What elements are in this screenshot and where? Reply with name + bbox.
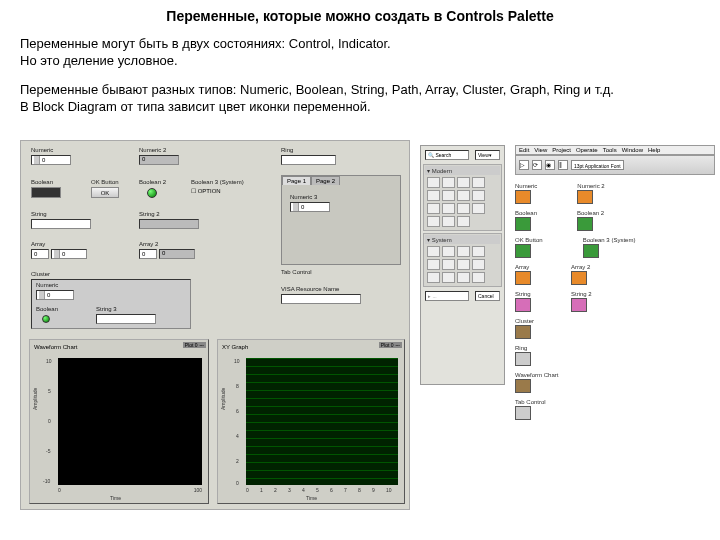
waveform-ylabel: Amplitude [32, 388, 38, 410]
array-index[interactable]: 0 [31, 249, 49, 259]
para1-line2: Но это деление условное. [20, 53, 391, 70]
paragraph-types: Переменные бывают разных типов: Numeric,… [20, 82, 700, 116]
palette-modern-section: ▾ Modern [423, 164, 502, 231]
ring-control[interactable] [281, 155, 336, 165]
icon-boolean [515, 217, 531, 231]
palette-system-item[interactable] [427, 246, 440, 257]
visa-label: VISA Resource Name [281, 286, 339, 292]
palette-cancel-button[interactable]: Cancel [475, 291, 500, 301]
bd-icons-area: Numeric Numeric 2 Boolean Boolean 2 OK B… [515, 183, 715, 420]
xy-ylabel: Amplitude [220, 388, 226, 410]
run-cont-button[interactable]: ⟳ [532, 160, 542, 170]
palette-search[interactable]: 🔍 Search [425, 150, 469, 160]
tab-control[interactable]: Page 1 Page 2 Numeric 3 0 [281, 175, 401, 265]
palette-more[interactable]: ▸ ... [425, 291, 469, 301]
icon-array2 [571, 271, 587, 285]
tabcontrol-caption: Tab Control [281, 269, 312, 275]
paragraph-states: Переменные могут быть в двух состояниях:… [20, 36, 391, 70]
array2-label: Array 2 [139, 241, 158, 247]
icon-boolean3 [583, 244, 599, 258]
icon-cluster [515, 325, 531, 339]
para1-line1: Переменные могут быть в двух состояниях:… [20, 36, 391, 53]
menu-operate[interactable]: Operate [576, 147, 598, 153]
palette-system-section: ▾ System [423, 233, 502, 287]
cluster-bool-label: Boolean [36, 306, 58, 312]
ok-button[interactable]: OK [91, 187, 119, 198]
page-title: Переменные, которые можно создать в Cont… [0, 8, 720, 24]
menu-tools[interactable]: Tools [603, 147, 617, 153]
tab-page1[interactable]: Page 1 [282, 176, 311, 185]
cluster-string[interactable] [96, 314, 156, 324]
front-panel-figure: Numeric 0 Numeric 2 0 Ring Boolean OK Bu… [20, 140, 410, 510]
array2-element: 0 [159, 249, 195, 259]
numeric-label: Numeric [31, 147, 53, 153]
menu-window[interactable]: Window [622, 147, 643, 153]
boolean-switch[interactable] [31, 187, 61, 198]
menu-help[interactable]: Help [648, 147, 660, 153]
string2-indicator [139, 219, 199, 229]
xy-xlabel: Time [306, 495, 317, 501]
tab-page2[interactable]: Page 2 [311, 176, 340, 185]
waveform-chart: Waveform Chart Plot 0 ⁓ Amplitude Time 1… [29, 339, 209, 504]
xy-legend: Plot 0 ⁓ [379, 342, 402, 348]
icon-okbutton [515, 244, 531, 258]
icon-ring [515, 352, 531, 366]
numeric3-label: Numeric 3 [290, 194, 317, 200]
palette-modern-item[interactable] [427, 177, 440, 188]
cluster-string-label: String 3 [96, 306, 117, 312]
bd-menubar: Edit View Project Operate Tools Window H… [515, 145, 715, 155]
menu-view[interactable]: View [534, 147, 547, 153]
okbutton-label: OK Button [91, 179, 119, 185]
string-control[interactable] [31, 219, 91, 229]
array-label: Array [31, 241, 45, 247]
cluster-numeric[interactable]: 0 [36, 290, 74, 300]
waveform-legend: Plot 0 ⁓ [183, 342, 206, 348]
block-diagram-figure: Edit View Project Operate Tools Window H… [515, 145, 715, 525]
array-element[interactable]: 0 [51, 249, 87, 259]
icon-numeric2 [577, 190, 593, 204]
bd-toolbar: ▷ ⟳ ◉ ‖ 13pt Application Font [515, 155, 715, 175]
font-selector[interactable]: 13pt Application Font [571, 160, 624, 170]
waveform-xlabel: Time [110, 495, 121, 501]
icon-string2 [571, 298, 587, 312]
menu-project[interactable]: Project [552, 147, 571, 153]
icon-array [515, 271, 531, 285]
xy-graph: XY Graph Plot 0 ⁓ Amplitude Time 10 8 6 … [217, 339, 405, 504]
icon-numeric [515, 190, 531, 204]
palette-view[interactable]: View▾ [475, 150, 500, 160]
visa-control[interactable] [281, 294, 361, 304]
icon-string [515, 298, 531, 312]
cluster-frame: Numeric 0 Boolean String 3 [31, 279, 191, 329]
abort-button[interactable]: ◉ [545, 160, 555, 170]
para2-line2: В Block Diagram от типа зависит цвет ико… [20, 99, 700, 116]
palette-modern-label: Modern [432, 168, 452, 174]
boolean3-checkbox[interactable]: ☐ OPTION [191, 187, 221, 194]
cluster-numeric-label: Numeric [36, 282, 58, 288]
numeric2-indicator: 0 [139, 155, 179, 165]
boolean-label: Boolean [31, 179, 53, 185]
para2-line1: Переменные бывают разных типов: Numeric,… [20, 82, 700, 99]
boolean3-label: Boolean 3 (System) [191, 179, 244, 185]
numeric-control[interactable]: 0 [31, 155, 71, 165]
cluster-label: Cluster [31, 271, 50, 277]
pause-button[interactable]: ‖ [558, 160, 568, 170]
cluster-bool-led [42, 315, 50, 323]
ring-label: Ring [281, 147, 293, 153]
array2-index[interactable]: 0 [139, 249, 157, 259]
icon-boolean2 [577, 217, 593, 231]
numeric3-control[interactable]: 0 [290, 202, 330, 212]
string-label: String [31, 211, 47, 217]
waveform-title: Waveform Chart [34, 344, 77, 350]
string2-label: String 2 [139, 211, 160, 217]
boolean2-label: Boolean 2 [139, 179, 166, 185]
boolean2-led [147, 188, 157, 198]
palette-system-label: System [432, 237, 452, 243]
icon-tabcontrol [515, 406, 531, 420]
run-button[interactable]: ▷ [519, 160, 529, 170]
numeric2-label: Numeric 2 [139, 147, 166, 153]
menu-edit[interactable]: Edit [519, 147, 529, 153]
xy-title: XY Graph [222, 344, 248, 350]
controls-palette-figure: 🔍 Search View▾ ▾ Modern ▾ System ▸ ... C… [420, 145, 505, 385]
icon-waveform [515, 379, 531, 393]
